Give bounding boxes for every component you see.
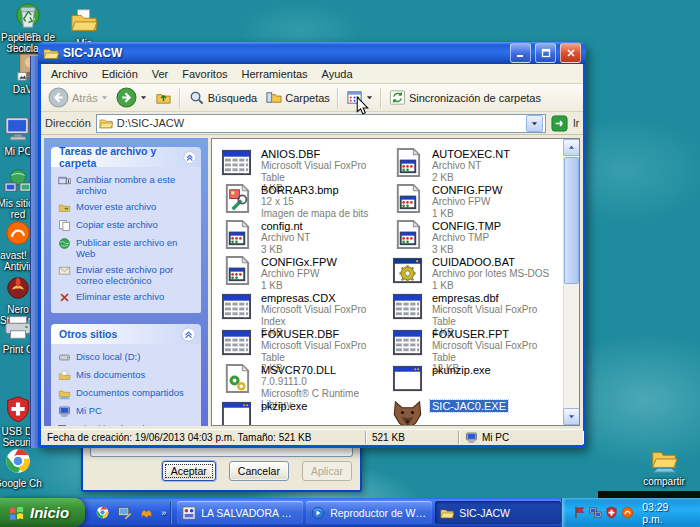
- address-dropdown-button[interactable]: [526, 115, 543, 132]
- taskbar-window-button[interactable]: LA SALVADORA S.A. ...: [177, 501, 303, 524]
- file-name: FOXUSER.FPT: [430, 328, 511, 340]
- task-label: Publicar este archivo en Web: [76, 238, 198, 259]
- menu-item[interactable]: Edición: [95, 67, 145, 81]
- salvadora-app-icon: [182, 506, 196, 520]
- folders-icon: [265, 89, 282, 106]
- quick-launch-more-button[interactable]: »: [161, 508, 166, 518]
- desktop-icon-label: compartir: [636, 476, 692, 487]
- file-item[interactable]: MSVCR70.DLL 7.0.9111.0 Microsoft® C Runt…: [221, 363, 392, 398]
- maximize-button[interactable]: [535, 43, 556, 63]
- chevron-up-icon[interactable]: [181, 327, 196, 342]
- forward-button[interactable]: [113, 86, 150, 109]
- file-item[interactable]: ANIOS.DBF Microsoft Visual FoxPro Table …: [221, 147, 392, 182]
- file-name: ANIOS.DBF: [259, 148, 322, 160]
- status-bar: Fecha de creación: 19/06/2013 04:03 p.m.…: [41, 429, 583, 445]
- chrome-small-icon[interactable]: [95, 505, 110, 520]
- file-type: Microsoft Visual FoxPro Table: [259, 340, 392, 363]
- up-button[interactable]: [152, 88, 175, 107]
- move-icon: [58, 201, 71, 214]
- other-places-body: Disco local (D:) Mis documentos Document…: [51, 344, 201, 426]
- file-item[interactable]: CONFIG.TMP Archivo TMP 3 KB: [392, 219, 563, 254]
- file-list-area: ANIOS.DBF Microsoft Visual FoxPro Table …: [211, 138, 580, 426]
- task-link[interactable]: Mover este archivo: [58, 202, 198, 214]
- file-item[interactable]: empresas.dbf Microsoft Visual FoxPro Tab…: [392, 291, 563, 326]
- go-button[interactable]: [551, 115, 568, 132]
- nero-icon: [3, 272, 33, 302]
- file-tasks-header[interactable]: Tareas de archivo y carpeta: [51, 147, 201, 167]
- start-button[interactable]: Inicio: [0, 498, 85, 527]
- menu-item[interactable]: Herramientas: [235, 67, 315, 81]
- file-name: pkzip.exe: [259, 400, 309, 412]
- show-desktop-icon[interactable]: [117, 505, 132, 520]
- place-link[interactable]: Mi PC: [58, 406, 198, 418]
- desktop-icon-label: Google Ch: [0, 478, 42, 489]
- cancel-button[interactable]: Cancelar: [229, 461, 289, 481]
- desktop-icon[interactable]: Google Ch: [0, 446, 42, 489]
- place-link[interactable]: Documentos compartidos: [58, 388, 198, 400]
- back-button[interactable]: Atrás: [45, 86, 111, 109]
- file-item[interactable]: CUIDADOO.BAT Archivo por lotes MS-DOS 1 …: [392, 255, 563, 290]
- file-item[interactable]: config.nt Archivo NT 3 KB: [221, 219, 392, 254]
- desktop-icon[interactable]: compartir: [636, 444, 692, 487]
- views-button[interactable]: [343, 88, 376, 107]
- close-button[interactable]: [560, 43, 581, 63]
- task-link[interactable]: Cambiar nombre a este archivo: [58, 175, 198, 196]
- place-link[interactable]: Mis documentos: [58, 370, 198, 382]
- tray-network-icon[interactable]: [589, 506, 602, 519]
- place-link[interactable]: Disco local (D:): [58, 352, 198, 364]
- file-column-1: ANIOS.DBF Microsoft Visual FoxPro Table …: [221, 147, 392, 425]
- task-label: Eliminar este archivo: [76, 292, 164, 303]
- scroll-down-button[interactable]: [563, 408, 580, 425]
- file-item[interactable]: SIC-JAC0.EXE: [392, 399, 563, 425]
- file-text: config.nt Archivo NT 3 KB: [259, 219, 312, 255]
- menu-item[interactable]: Ver: [145, 67, 176, 81]
- sync-button[interactable]: Sincronización de carpetas: [386, 88, 544, 107]
- menu-item[interactable]: Favoritos: [175, 67, 234, 81]
- menu-item[interactable]: Archivo: [44, 67, 95, 81]
- address-input[interactable]: D:\SIC-JACW: [96, 114, 546, 133]
- chevron-up-icon[interactable]: [183, 150, 196, 165]
- taskbar-window-button[interactable]: SIC-JACW: [435, 501, 561, 524]
- taskbar-window-button[interactable]: Reproductor de Wind...: [306, 501, 432, 524]
- title-bar[interactable]: SIC-JACW: [38, 42, 586, 64]
- file-text: BORRAR3.bmp 12 x 15 Imagen de mapa de bi…: [259, 183, 370, 219]
- copy-icon: [58, 219, 71, 232]
- taskbar: Inicio » LA SALVADORA S.A. ... Reproduct…: [0, 498, 700, 527]
- task-link[interactable]: Enviar este archivo por correo electróni…: [58, 265, 198, 286]
- msn-icon[interactable]: [139, 505, 154, 520]
- task-link[interactable]: Copiar este archivo: [58, 220, 198, 232]
- forward-icon: [116, 87, 137, 108]
- file-item[interactable]: pkzip.exe: [221, 399, 392, 425]
- other-places-header[interactable]: Otros sitios: [51, 324, 201, 344]
- file-item[interactable]: AUTOEXEC.NT Archivo NT 2 KB: [392, 147, 563, 182]
- address-folder-icon: [99, 116, 113, 130]
- file-item[interactable]: empresas.CDX Microsoft Visual FoxPro Ind…: [221, 291, 392, 326]
- vertical-scrollbar[interactable]: [563, 139, 579, 425]
- scrollbar-thumb[interactable]: [564, 157, 579, 284]
- tray-avast-icon[interactable]: [621, 506, 634, 519]
- menu-item-label: Edición: [102, 68, 138, 80]
- apply-button[interactable]: Aplicar: [302, 461, 352, 481]
- accept-button[interactable]: Aceptar: [162, 461, 216, 481]
- tray-shield-icon[interactable]: [605, 506, 618, 519]
- file-type: Microsoft Visual FoxPro Table: [430, 340, 563, 363]
- file-item[interactable]: BORRAR3.bmp 12 x 15 Imagen de mapa de bi…: [221, 183, 392, 218]
- start-label: Inicio: [30, 504, 69, 521]
- tray-flag-icon[interactable]: [573, 506, 586, 519]
- file-item[interactable]: CONFIG.FPW Archivo FPW 1 KB: [392, 183, 563, 218]
- place-link[interactable]: Mis sitios de red: [58, 424, 198, 426]
- file-item[interactable]: CONFIGx.FPW Archivo FPW 1 KB: [221, 255, 392, 290]
- file-item[interactable]: pkunzip.exe: [392, 363, 563, 398]
- my-computer-small-icon: [58, 405, 71, 418]
- file-item[interactable]: FOXUSER.FPT Microsoft Visual FoxPro Tabl…: [392, 327, 563, 362]
- file-item[interactable]: FOXUSER.DBF Microsoft Visual FoxPro Tabl…: [221, 327, 392, 362]
- task-link[interactable]: Eliminar este archivo: [58, 292, 198, 304]
- minimize-button[interactable]: [510, 43, 531, 63]
- task-link[interactable]: Publicar este archivo en Web: [58, 238, 198, 259]
- menu-item[interactable]: Ayuda: [315, 67, 360, 81]
- search-button[interactable]: Búsqueda: [185, 88, 261, 107]
- scroll-up-button[interactable]: [563, 139, 580, 156]
- folders-button[interactable]: Carpetas: [262, 88, 333, 107]
- file-tasks-panel: Tareas de archivo y carpeta Cambiar nomb…: [51, 147, 201, 313]
- task-label: Enviar este archivo por correo electróni…: [76, 265, 198, 286]
